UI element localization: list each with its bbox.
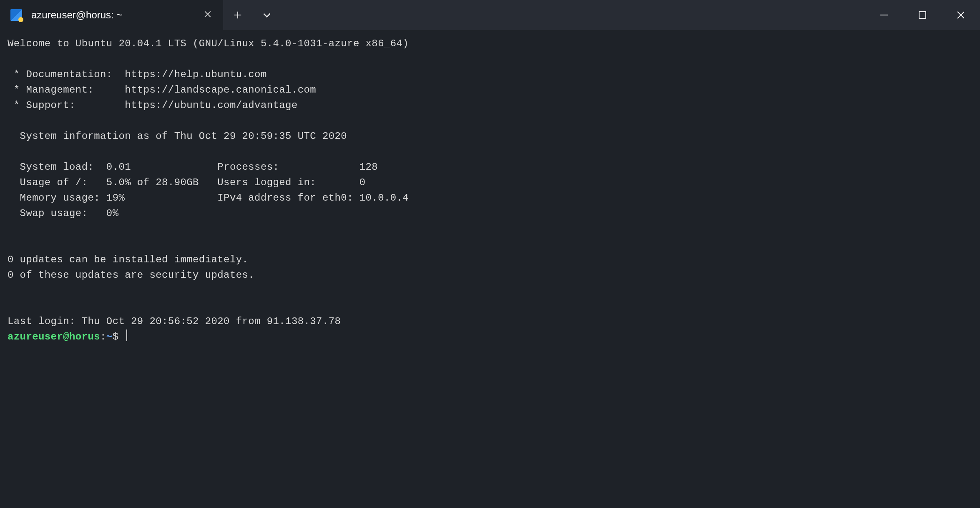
tab-terminal[interactable]: azureuser@horus: ~: [0, 0, 223, 30]
close-window-button[interactable]: [942, 0, 980, 30]
tab-title: azureuser@horus: ~: [31, 9, 201, 21]
updates-line-1: 0 updates can be installed immediately.: [8, 254, 248, 265]
tab-dropdown-button[interactable]: [252, 10, 281, 20]
prompt-userhost: azureuser@horus: [8, 331, 100, 342]
minimize-button[interactable]: [865, 0, 903, 30]
link-support-label: * Support:: [8, 100, 125, 111]
titlebar: azureuser@horus: ~: [0, 0, 980, 30]
window-controls: [865, 0, 980, 30]
link-support-url: https://ubuntu.com/advantage: [125, 100, 297, 111]
svg-rect-5: [919, 12, 926, 18]
sysinfo-line-2: Usage of /: 5.0% of 28.90GB Users logged…: [8, 177, 366, 188]
link-doc-url: https://help.ubuntu.com: [125, 69, 266, 80]
prompt-path: ~: [106, 331, 113, 342]
updates-line-2: 0 of these updates are security updates.: [8, 269, 254, 281]
maximize-button[interactable]: [903, 0, 942, 30]
close-tab-button[interactable]: [201, 10, 215, 20]
sysinfo-line-1: System load: 0.01 Processes: 128: [8, 161, 378, 173]
titlebar-drag-area[interactable]: [281, 0, 865, 30]
link-doc-label: * Documentation:: [8, 69, 125, 80]
terminal-viewport[interactable]: Welcome to Ubuntu 20.04.1 LTS (GNU/Linux…: [0, 30, 980, 350]
motd-welcome: Welcome to Ubuntu 20.04.1 LTS (GNU/Linux…: [8, 38, 409, 49]
tabbar-actions: [223, 0, 281, 30]
link-mgmt-label: * Management:: [8, 84, 125, 96]
sysinfo-line-3: Memory usage: 19% IPv4 address for eth0:…: [8, 192, 409, 204]
sysinfo-asof: System information as of Thu Oct 29 20:5…: [8, 131, 347, 142]
new-tab-button[interactable]: [223, 10, 252, 20]
link-mgmt-url: https://landscape.canonical.com: [125, 84, 316, 96]
sysinfo-line-4: Swap usage: 0%: [8, 208, 118, 219]
terminal-profile-icon: [10, 9, 22, 21]
prompt-symbol: $: [113, 331, 125, 342]
cursor: [126, 329, 127, 341]
last-login: Last login: Thu Oct 29 20:56:52 2020 fro…: [8, 316, 341, 327]
prompt-colon: :: [100, 331, 106, 342]
